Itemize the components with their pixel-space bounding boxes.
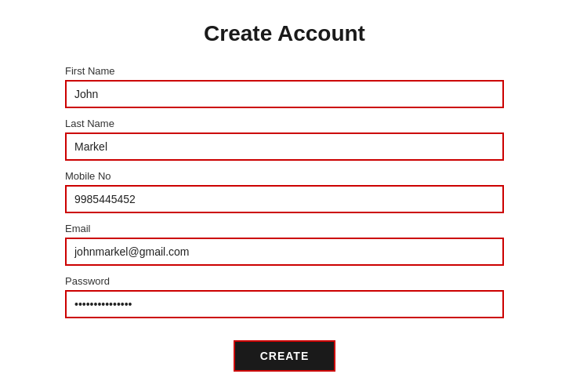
form-body: First Name Last Name Mobile No Email Pas…	[65, 65, 504, 372]
create-account-form: Create Account First Name Last Name Mobi…	[65, 21, 504, 372]
email-label: Email	[65, 223, 504, 234]
first-name-group: First Name	[65, 65, 504, 108]
mobile-no-input[interactable]	[65, 185, 504, 213]
last-name-input[interactable]	[65, 132, 504, 161]
password-input[interactable]	[65, 290, 504, 318]
page-title: Create Account	[204, 21, 365, 46]
password-label: Password	[65, 275, 504, 287]
create-button[interactable]: CREATE	[234, 340, 336, 372]
first-name-label: First Name	[65, 65, 504, 77]
password-group: Password	[65, 275, 504, 318]
last-name-label: Last Name	[65, 118, 504, 129]
mobile-no-label: Mobile No	[65, 170, 504, 182]
last-name-group: Last Name	[65, 118, 504, 161]
email-input[interactable]	[65, 238, 504, 266]
email-group: Email	[65, 223, 504, 266]
first-name-input[interactable]	[65, 80, 504, 108]
mobile-no-group: Mobile No	[65, 170, 504, 213]
